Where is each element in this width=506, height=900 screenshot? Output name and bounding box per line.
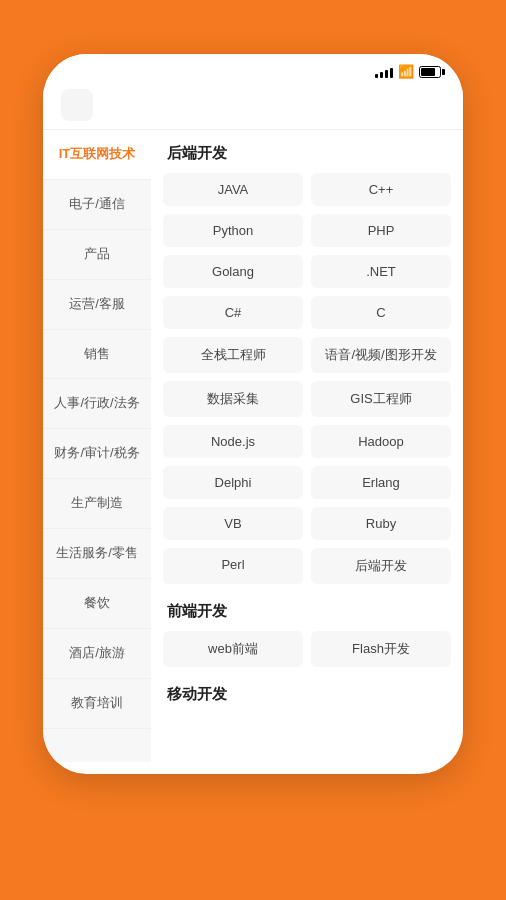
sidebar-item-5[interactable]: 人事/行政/法务	[43, 379, 151, 429]
status-bar: 📶	[43, 54, 463, 83]
sidebar: IT互联网技术电子/通信产品运营/客服销售人事/行政/法务财务/审计/税务生产制…	[43, 130, 151, 762]
tag-grid-1: web前端Flash开发	[163, 631, 451, 667]
sidebar-item-2[interactable]: 产品	[43, 230, 151, 280]
sidebar-item-8[interactable]: 生活服务/零售	[43, 529, 151, 579]
tag-item-0-12[interactable]: Node.js	[163, 425, 303, 458]
sidebar-item-7[interactable]: 生产制造	[43, 479, 151, 529]
sidebar-item-3[interactable]: 运营/客服	[43, 280, 151, 330]
app-header	[0, 0, 506, 54]
tag-item-1-0[interactable]: web前端	[163, 631, 303, 667]
tag-item-0-8[interactable]: 全栈工程师	[163, 337, 303, 373]
battery-icon	[419, 66, 441, 78]
tag-item-0-1[interactable]: C++	[311, 173, 451, 206]
tag-item-0-7[interactable]: C	[311, 296, 451, 329]
tag-item-0-14[interactable]: Delphi	[163, 466, 303, 499]
tag-item-0-19[interactable]: 后端开发	[311, 548, 451, 584]
tag-item-0-11[interactable]: GIS工程师	[311, 381, 451, 417]
sidebar-item-6[interactable]: 财务/审计/税务	[43, 429, 151, 479]
tag-item-0-16[interactable]: VB	[163, 507, 303, 540]
wifi-icon: 📶	[398, 64, 414, 79]
main-content: IT互联网技术电子/通信产品运营/客服销售人事/行政/法务财务/审计/税务生产制…	[43, 130, 463, 762]
tag-item-1-1[interactable]: Flash开发	[311, 631, 451, 667]
section-title-2: 移动开发	[163, 671, 451, 714]
tag-item-0-18[interactable]: Perl	[163, 548, 303, 584]
tag-item-0-13[interactable]: Hadoop	[311, 425, 451, 458]
signal-bars-icon	[375, 65, 393, 78]
tag-item-0-15[interactable]: Erlang	[311, 466, 451, 499]
sidebar-item-9[interactable]: 餐饮	[43, 579, 151, 629]
tag-item-0-9[interactable]: 语音/视频/图形开发	[311, 337, 451, 373]
sidebar-item-0[interactable]: IT互联网技术	[43, 130, 151, 180]
section-title-0: 后端开发	[163, 130, 451, 173]
phone-frame: 📶 IT互联网技术电子/通信产品运营/客服销售人事/行政/法务财务/审计/税务生…	[43, 54, 463, 774]
sidebar-item-1[interactable]: 电子/通信	[43, 180, 151, 230]
nav-bar	[43, 83, 463, 130]
tag-item-0-17[interactable]: Ruby	[311, 507, 451, 540]
back-button[interactable]	[61, 89, 93, 121]
tag-item-0-10[interactable]: 数据采集	[163, 381, 303, 417]
tag-item-0-6[interactable]: C#	[163, 296, 303, 329]
tag-item-0-3[interactable]: PHP	[311, 214, 451, 247]
tag-item-0-5[interactable]: .NET	[311, 255, 451, 288]
tag-item-0-4[interactable]: Golang	[163, 255, 303, 288]
sidebar-item-11[interactable]: 教育培训	[43, 679, 151, 729]
right-content: 后端开发JAVAC++PythonPHPGolang.NETC#C全栈工程师语音…	[151, 130, 463, 762]
tag-grid-0: JAVAC++PythonPHPGolang.NETC#C全栈工程师语音/视频/…	[163, 173, 451, 584]
status-icons: 📶	[375, 64, 441, 79]
sidebar-item-4[interactable]: 销售	[43, 330, 151, 380]
tag-item-0-2[interactable]: Python	[163, 214, 303, 247]
section-title-1: 前端开发	[163, 588, 451, 631]
sidebar-item-10[interactable]: 酒店/旅游	[43, 629, 151, 679]
tag-item-0-0[interactable]: JAVA	[163, 173, 303, 206]
